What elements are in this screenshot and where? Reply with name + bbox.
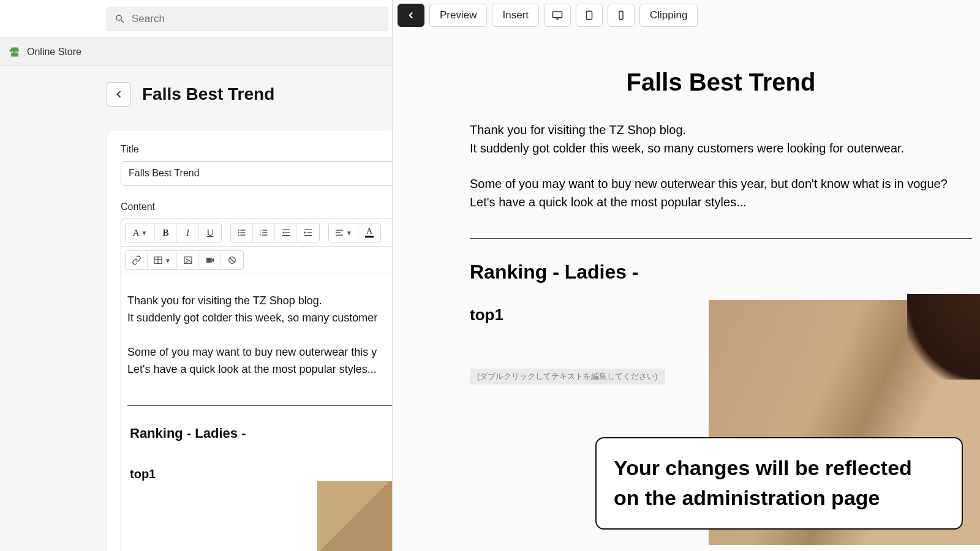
svg-rect-11 [262,234,267,235]
svg-rect-28 [206,258,212,263]
text-color-button[interactable] [358,223,380,242]
indent-button[interactable] [297,223,319,242]
editor-divider [127,405,392,406]
preview-paragraph: It suddenly got colder this week, so man… [470,139,972,157]
svg-point-0 [238,230,239,231]
nav-online-store[interactable]: Online Store [0,38,392,66]
svg-rect-15 [282,235,290,236]
svg-rect-12 [282,230,290,230]
editor-paragraph: Let's have a quick look at the most popu… [127,361,392,378]
video-button[interactable] [199,251,221,269]
callout-line-2: on the administration page [614,483,944,513]
svg-marker-13 [282,231,284,234]
font-family-dropdown[interactable]: A▼ [126,223,155,242]
bullet-list-button[interactable] [231,223,253,242]
svg-rect-21 [336,232,341,233]
preview-paragraph: Thank you for visiting the TZ Shop blog. [470,121,972,139]
italic-button[interactable]: I [177,223,199,242]
desktop-view-button[interactable] [544,4,571,27]
back-button[interactable] [107,82,131,107]
mobile-view-button[interactable] [608,4,635,27]
preview-back-button[interactable] [398,4,424,27]
link-button[interactable] [126,251,148,269]
insert-button[interactable]: Insert [492,4,539,27]
editor-top1: top1 [130,465,392,484]
svg-point-27 [186,258,187,260]
svg-point-2 [238,232,239,233]
table-dropdown[interactable]: ▼ [148,251,177,269]
callout-line-1: Your changes will be reflected [614,453,944,483]
preview-article: Falls Best Trend Thank you for visiting … [470,69,972,324]
editor-paragraph: It suddenly got colder this week, so man… [127,310,392,327]
svg-rect-1 [240,230,245,230]
preview-paragraph: Some of you may want to buy new outerwea… [470,174,972,193]
admin-top-bar [0,0,392,38]
svg-rect-7 [262,230,267,230]
preview-toolbar: Preview Insert Clipping [398,4,698,27]
title-label: Title [121,144,399,155]
svg-point-35 [589,18,590,19]
svg-rect-19 [304,235,312,236]
svg-rect-16 [304,230,312,230]
svg-rect-32 [553,12,562,18]
underline-button[interactable]: U [199,223,221,242]
content-label: Content [121,201,399,212]
numbered-list-button[interactable]: 123 [253,223,275,242]
svg-point-4 [238,234,239,236]
clipping-button[interactable]: Clipping [639,4,698,27]
store-icon [9,46,21,58]
preview-title: Falls Best Trend [470,69,972,96]
svg-rect-33 [556,18,559,20]
preview-button[interactable]: Preview [429,4,487,27]
search-field[interactable] [107,7,388,31]
svg-marker-17 [304,231,306,234]
preview-paragraph: Let's have a quick look at the most popu… [470,193,972,211]
editor-paragraph: Some of you may want to buy new outerwea… [127,344,392,361]
title-input[interactable] [121,161,399,186]
search-icon [115,13,126,24]
svg-marker-29 [211,258,213,263]
svg-rect-9 [262,232,267,233]
svg-rect-3 [240,232,245,233]
image-button[interactable] [177,251,199,269]
editor-product-image[interactable] [317,481,392,551]
svg-text:3: 3 [259,233,261,236]
editor-paragraph: Thank you for visiting the TZ Shop blog. [127,293,392,310]
svg-rect-18 [307,232,312,233]
svg-rect-14 [285,232,289,233]
page-title: Falls Best Trend [142,84,274,104]
bold-button[interactable]: B [155,223,177,242]
preview-ranking-heading: Ranking - Ladies - [470,261,972,283]
svg-rect-22 [336,234,343,235]
svg-rect-5 [240,234,245,235]
tablet-view-button[interactable] [576,4,603,27]
rte-toolbar: A▼ B I U 123 ▼ ▼ [121,219,399,274]
search-input[interactable] [132,13,380,25]
clear-format-button[interactable] [221,251,243,269]
editor-ranking-heading: Ranking - Ladies - [130,423,392,444]
svg-rect-20 [336,230,343,230]
outdent-button[interactable] [275,223,297,242]
info-callout: Your changes will be reflected on the ad… [595,437,963,530]
edit-placeholder-hint[interactable]: (ダブルクリックしてテキストを編集してください) [470,369,665,384]
svg-point-37 [620,18,622,19]
align-dropdown[interactable]: ▼ [329,223,358,242]
preview-divider [470,238,972,239]
nav-online-store-label: Online Store [27,47,81,58]
svg-line-31 [230,258,235,263]
